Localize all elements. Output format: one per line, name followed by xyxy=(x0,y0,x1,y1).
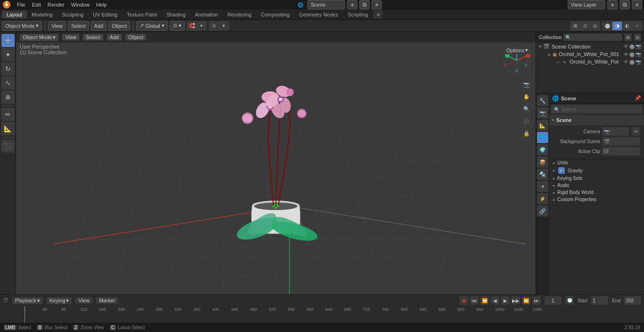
view-layer-tab[interactable]: 📐 xyxy=(537,120,548,131)
tab-animation[interactable]: Animation xyxy=(190,11,223,18)
tab-scripting[interactable]: Scripting xyxy=(343,11,372,18)
render-tab[interactable]: 🔧 xyxy=(537,95,548,106)
object-menu[interactable]: Object xyxy=(108,21,130,31)
constraints-tab[interactable]: 🔗 xyxy=(537,205,548,217)
overlay-toggle[interactable]: ⊙ xyxy=(580,22,590,30)
solid-shading[interactable]: ⬤ xyxy=(603,22,612,30)
mesh-render-icon[interactable]: 📷 xyxy=(636,59,641,65)
keying-btn[interactable]: Keying ▾ xyxy=(47,297,72,304)
marker-btn[interactable]: Marker xyxy=(96,297,118,304)
orchid-select-icon[interactable]: ⬤ xyxy=(629,52,635,57)
annotate-tool[interactable]: ✏ xyxy=(1,108,15,121)
active-clip-field[interactable]: 🎞 xyxy=(602,147,640,155)
orchid-eye-icon[interactable]: 👁 xyxy=(624,52,628,57)
prev-frame-btn[interactable]: ◀ xyxy=(491,296,499,305)
vp-object[interactable]: Object xyxy=(125,34,146,40)
transform-orientation[interactable]: ↗ Global ▾ xyxy=(136,21,168,31)
scene-tab[interactable]: 🌐 xyxy=(537,132,548,143)
proportional-toggle[interactable]: ⊙ xyxy=(209,22,219,30)
vp-select[interactable]: Select xyxy=(83,34,103,40)
snap-toggle[interactable]: 🧲 xyxy=(187,22,197,30)
jump-start-btn[interactable]: ⏮ xyxy=(470,296,479,305)
scene-copy[interactable]: ⧉ xyxy=(359,0,370,9)
physics-tab[interactable]: ⚡ xyxy=(537,193,548,204)
add-menu[interactable]: Add xyxy=(91,21,107,31)
material-shading[interactable]: ◑ xyxy=(612,22,622,30)
mode-dropdown[interactable]: Object Mode ▾ xyxy=(20,34,58,41)
vp-view[interactable]: View xyxy=(62,34,79,40)
tab-layout[interactable]: Layout xyxy=(2,11,27,18)
lock-btn[interactable]: 🔒 xyxy=(521,128,532,138)
menu-window[interactable]: Window xyxy=(68,1,92,8)
tab-rendering[interactable]: Rendering xyxy=(223,11,256,18)
gravity-checkbox[interactable]: ✓ xyxy=(558,167,565,174)
menu-edit[interactable]: Edit xyxy=(29,1,44,8)
xray-toggle[interactable]: ◎ xyxy=(590,22,600,30)
restrict-icon[interactable]: ⬤ xyxy=(629,44,635,49)
world-tab[interactable]: 🌍 xyxy=(537,144,548,155)
select-menu[interactable]: Select xyxy=(68,21,89,31)
keying-sets-row[interactable]: ▸ Keying Sets xyxy=(549,175,644,182)
particles-tab[interactable]: ✦ xyxy=(537,181,548,192)
cursor-tool[interactable]: ✛ xyxy=(1,34,15,47)
outliner-options[interactable]: ⊟ xyxy=(634,33,641,41)
gizmo-toggle[interactable]: ⊞ xyxy=(570,22,580,30)
view-layer-delete[interactable]: ✕ xyxy=(632,0,642,9)
camera-restrict-icon[interactable]: 📷 xyxy=(636,44,641,49)
orchid-mesh-item[interactable]: — ∿ Orchid_in_White_Pot 👁 ⬤ 📷 xyxy=(536,58,644,65)
eevee-shading[interactable]: ○ xyxy=(632,22,642,30)
mesh-select-icon[interactable]: ⬤ xyxy=(629,59,635,65)
current-frame-input[interactable]: 1 xyxy=(545,296,561,305)
tab-shading[interactable]: Shading xyxy=(162,11,190,18)
jump-end-btn[interactable]: ⏭ xyxy=(532,296,541,305)
outliner-search[interactable]: 🔍 xyxy=(563,33,622,41)
camera-icon-btn[interactable]: 🎥 xyxy=(521,116,532,126)
rigid-body-world-row[interactable]: ▸ Rigid Body World xyxy=(549,189,644,196)
move-tool[interactable]: ✦ xyxy=(1,48,15,61)
orchid-render-icon[interactable]: 📷 xyxy=(636,52,641,57)
scale-tool[interactable]: ⤡ xyxy=(1,76,15,89)
proportional-options[interactable]: ▾ xyxy=(219,22,229,30)
tab-sculpting[interactable]: Sculpting xyxy=(58,11,88,18)
tab-texture-paint[interactable]: Texture Paint xyxy=(122,11,162,18)
menu-file[interactable]: File xyxy=(14,1,28,8)
orchid-collection-item[interactable]: ▸ ▣ Orchid_in_White_Pot_001 👁 ⬤ 📷 xyxy=(536,50,644,58)
options-button[interactable]: Options ▾ xyxy=(503,46,532,54)
hand-btn[interactable]: ✋ xyxy=(521,91,532,102)
scene-section-header[interactable]: ▾ Scene xyxy=(549,115,644,125)
tab-modeling[interactable]: Modeling xyxy=(27,11,58,18)
props-search-placeholder[interactable]: Search... xyxy=(561,107,639,112)
record-btn[interactable]: ⏺ xyxy=(460,296,468,305)
camera-edit[interactable]: ✏ xyxy=(632,127,640,136)
object-tab[interactable]: 📦 xyxy=(537,156,548,168)
snap-options[interactable]: ▾ xyxy=(197,22,206,30)
next-frame-btn[interactable]: ▶▶ xyxy=(512,296,520,305)
zoom-btn[interactable]: 🔍 xyxy=(521,104,532,114)
tab-add[interactable]: + xyxy=(373,10,383,19)
viewport[interactable]: ✳ xyxy=(16,32,536,294)
start-field[interactable]: 1 xyxy=(591,296,608,305)
view-layer-new[interactable]: + xyxy=(607,0,618,9)
end-field[interactable]: 250 xyxy=(624,296,641,305)
play-btn[interactable]: ▶ xyxy=(501,296,510,305)
custom-properties-row[interactable]: ▸ Custom Properties xyxy=(549,196,644,203)
vp-add[interactable]: Add xyxy=(107,34,122,40)
props-pin-icon[interactable]: 📌 xyxy=(635,95,641,101)
tab-geometry-nodes[interactable]: Geometry Nodes xyxy=(294,11,343,18)
next-keyframe-btn[interactable]: ⏩ xyxy=(522,296,530,305)
tab-compositing[interactable]: Compositing xyxy=(256,11,294,18)
transform-tool[interactable]: ⊕ xyxy=(1,90,15,104)
menu-help[interactable]: Help xyxy=(93,1,110,8)
fps-icon[interactable]: 🕐 xyxy=(565,296,574,305)
tab-uv-editing[interactable]: UV Editing xyxy=(88,11,122,18)
scene-new[interactable]: + xyxy=(347,0,357,9)
scene-delete[interactable]: ✕ xyxy=(372,0,382,9)
scene-selector[interactable]: Scene xyxy=(307,0,345,9)
tl-view-btn[interactable]: View xyxy=(75,297,92,304)
rotate-tool[interactable]: ↻ xyxy=(1,62,15,75)
menu-render[interactable]: Render xyxy=(45,1,67,8)
mode-selector[interactable]: Object Mode ▾ xyxy=(2,21,42,31)
add-cube-tool[interactable]: ⬛ xyxy=(1,139,15,153)
camera-field[interactable]: 📷 xyxy=(602,127,629,136)
view-layer-copy[interactable]: ⧉ xyxy=(619,0,630,9)
